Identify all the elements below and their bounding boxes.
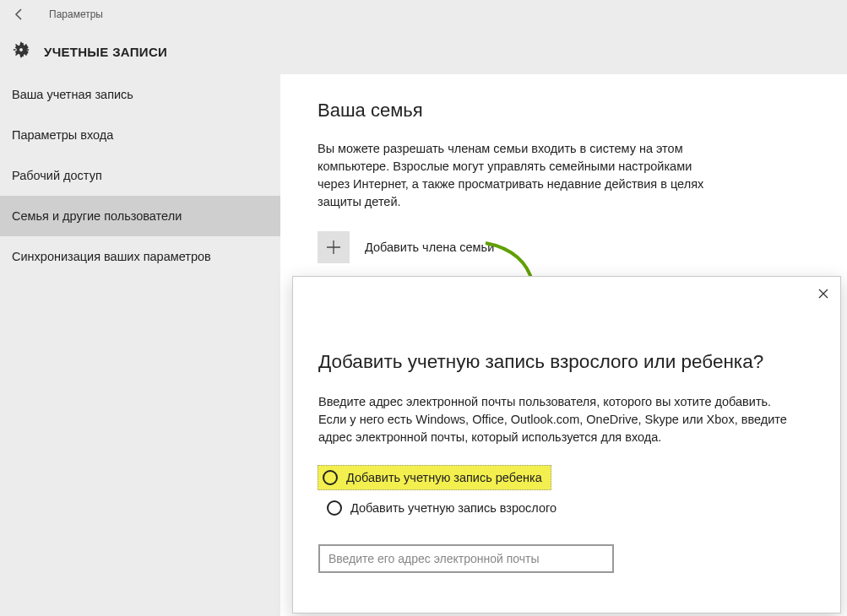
dialog-description: Введите адрес электронной почты пользова… xyxy=(318,393,791,446)
radio-add-adult[interactable]: Добавить учетную запись взрослого xyxy=(322,495,562,521)
add-family-member-button[interactable]: Добавить члена семьи xyxy=(318,231,810,263)
svg-point-0 xyxy=(19,47,24,52)
dialog-title: Добавить учетную запись взрослого или ре… xyxy=(318,351,815,373)
plus-icon xyxy=(318,231,350,263)
sidebar-item-signin-options[interactable]: Параметры входа xyxy=(0,115,280,155)
sidebar-item-sync-settings[interactable]: Синхронизация ваших параметров xyxy=(0,236,280,277)
radio-label: Добавить учетную запись ребенка xyxy=(346,471,542,484)
page-title: УЧЕТНЫЕ ЗАПИСИ xyxy=(44,45,167,59)
sidebar-item-label: Семья и другие пользователи xyxy=(12,209,182,223)
back-arrow-icon xyxy=(13,8,26,21)
close-button[interactable] xyxy=(812,282,835,305)
sidebar-item-label: Ваша учетная запись xyxy=(12,88,133,101)
sidebar-item-work-access[interactable]: Рабочий доступ xyxy=(0,155,280,196)
add-family-member-label: Добавить члена семьи xyxy=(365,240,494,254)
add-account-dialog: Добавить учетную запись взрослого или ре… xyxy=(292,276,841,613)
radio-icon xyxy=(323,470,338,485)
radio-add-child[interactable]: Добавить учетную запись ребенка xyxy=(318,465,551,490)
sidebar-item-your-account[interactable]: Ваша учетная запись xyxy=(0,74,280,115)
section-title: Ваша семья xyxy=(318,100,810,122)
sidebar-item-family-users[interactable]: Семья и другие пользователи xyxy=(0,196,280,236)
radio-icon xyxy=(327,500,342,516)
sidebar-item-label: Параметры входа xyxy=(12,128,113,142)
section-description: Вы можете разрешать членам семьи входить… xyxy=(318,140,723,211)
email-field[interactable] xyxy=(318,544,614,573)
gear-icon xyxy=(12,41,30,62)
sidebar-item-label: Синхронизация ваших параметров xyxy=(12,250,211,263)
radio-label: Добавить учетную запись взрослого xyxy=(350,501,557,515)
sidebar: Ваша учетная запись Параметры входа Рабо… xyxy=(0,74,280,616)
title-bar: Параметры xyxy=(0,0,847,29)
close-icon xyxy=(818,289,828,299)
back-button[interactable] xyxy=(7,2,32,27)
sidebar-item-label: Рабочий доступ xyxy=(12,169,102,182)
window-title: Параметры xyxy=(49,8,103,20)
page-header: УЧЕТНЫЕ ЗАПИСИ xyxy=(0,29,847,74)
